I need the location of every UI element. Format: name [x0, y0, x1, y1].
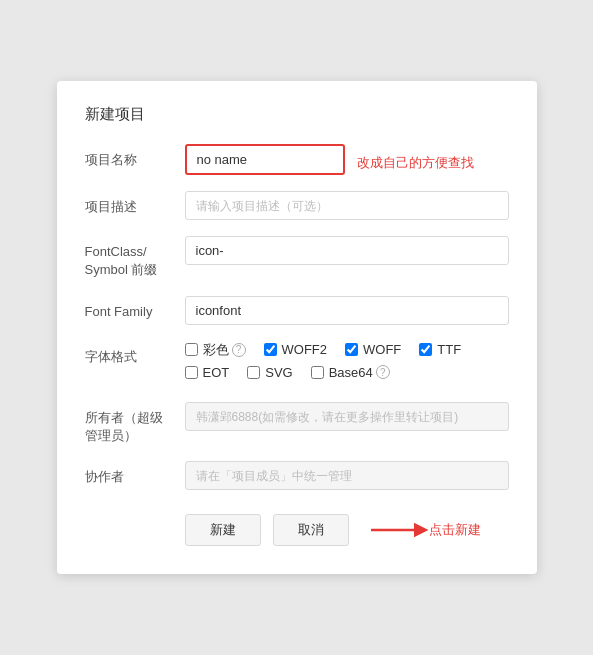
- color-help-icon[interactable]: ?: [232, 343, 246, 357]
- font-format-line-2: EOT SVG Base64 ?: [185, 365, 509, 386]
- checkbox-woff-input[interactable]: [345, 343, 358, 356]
- owner-input: [185, 402, 509, 431]
- project-name-label: 项目名称: [85, 144, 185, 169]
- cancel-button[interactable]: 取消: [273, 514, 349, 546]
- checkbox-eot-input[interactable]: [185, 366, 198, 379]
- checkbox-woff2-input[interactable]: [264, 343, 277, 356]
- checkbox-base64-input[interactable]: [311, 366, 324, 379]
- project-name-hint: 改成自己的方便查找: [357, 147, 474, 172]
- checkbox-color-label: 彩色: [203, 341, 229, 359]
- project-name-row: 项目名称 改成自己的方便查找: [85, 144, 509, 175]
- dialog-footer: 新建 取消 点击新建: [85, 514, 509, 546]
- collaborator-input: [185, 461, 509, 490]
- checkbox-svg[interactable]: SVG: [247, 365, 292, 380]
- project-desc-input[interactable]: [185, 191, 509, 220]
- font-class-row: FontClass/ Symbol 前缀: [85, 236, 509, 279]
- collaborator-control: [185, 461, 509, 490]
- project-name-control: 改成自己的方便查找: [185, 144, 509, 175]
- checkbox-ttf[interactable]: TTF: [419, 342, 461, 357]
- base64-help-icon[interactable]: ?: [376, 365, 390, 379]
- arrow-icon: [369, 516, 429, 544]
- new-project-dialog: 新建项目 项目名称 改成自己的方便查找 项目描述 FontClass/ Symb…: [57, 81, 537, 574]
- collaborator-label: 协作者: [85, 461, 185, 486]
- checkbox-color-input[interactable]: [185, 343, 198, 356]
- font-format-row: 字体格式 彩色 ? WOFF2 WOFF TTF: [85, 341, 509, 386]
- font-class-input[interactable]: [185, 236, 509, 265]
- owner-label: 所有者（超级 管理员）: [85, 402, 185, 445]
- arrow-hint-group: 点击新建: [369, 516, 481, 544]
- checkbox-base64-label: Base64: [329, 365, 373, 380]
- checkbox-svg-label: SVG: [265, 365, 292, 380]
- checkbox-eot[interactable]: EOT: [185, 365, 230, 380]
- owner-row: 所有者（超级 管理员）: [85, 402, 509, 445]
- font-class-label: FontClass/ Symbol 前缀: [85, 236, 185, 279]
- create-button[interactable]: 新建: [185, 514, 261, 546]
- font-format-line-1: 彩色 ? WOFF2 WOFF TTF: [185, 341, 509, 365]
- checkbox-woff[interactable]: WOFF: [345, 342, 401, 357]
- font-family-input[interactable]: [185, 296, 509, 325]
- project-desc-label: 项目描述: [85, 191, 185, 216]
- checkbox-eot-label: EOT: [203, 365, 230, 380]
- font-family-label: Font Family: [85, 296, 185, 321]
- owner-control: [185, 402, 509, 431]
- checkbox-woff2-label: WOFF2: [282, 342, 328, 357]
- font-format-control: 彩色 ? WOFF2 WOFF TTF: [185, 341, 509, 386]
- checkbox-woff2[interactable]: WOFF2: [264, 342, 328, 357]
- font-format-label: 字体格式: [85, 341, 185, 366]
- project-name-input[interactable]: [185, 144, 345, 175]
- checkbox-svg-input[interactable]: [247, 366, 260, 379]
- checkbox-base64[interactable]: Base64 ?: [311, 365, 390, 380]
- checkbox-woff-label: WOFF: [363, 342, 401, 357]
- font-family-control: [185, 296, 509, 325]
- checkbox-ttf-label: TTF: [437, 342, 461, 357]
- font-family-row: Font Family: [85, 296, 509, 325]
- dialog-title: 新建项目: [85, 105, 509, 124]
- checkbox-ttf-input[interactable]: [419, 343, 432, 356]
- project-desc-row: 项目描述: [85, 191, 509, 220]
- arrow-label: 点击新建: [429, 521, 481, 539]
- checkbox-color[interactable]: 彩色 ?: [185, 341, 246, 359]
- project-desc-control: [185, 191, 509, 220]
- font-class-control: [185, 236, 509, 265]
- collaborator-row: 协作者: [85, 461, 509, 490]
